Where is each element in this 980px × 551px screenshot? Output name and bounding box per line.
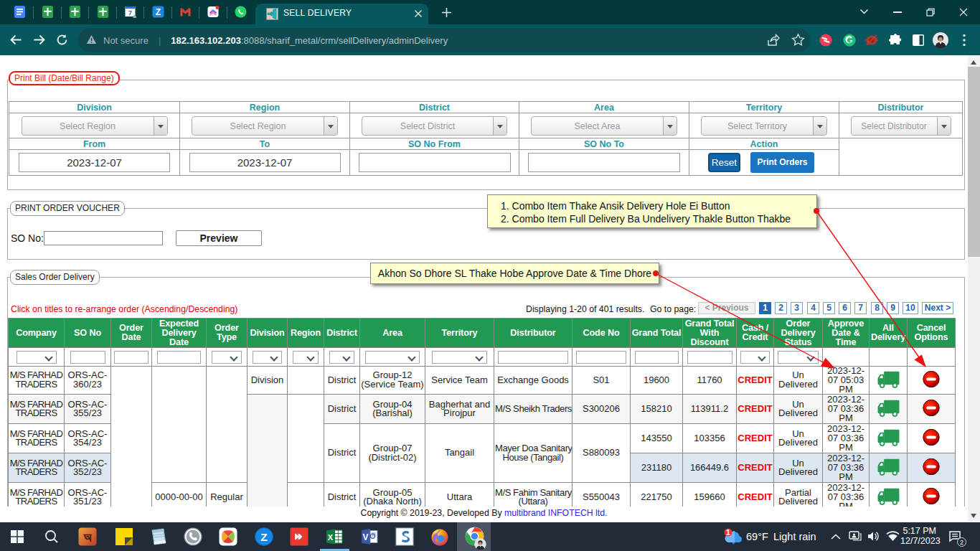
svg-text:X: X [328, 533, 334, 542]
svg-text:Z: Z [155, 7, 160, 17]
svg-text:V: V [362, 532, 368, 542]
svg-text:7: 7 [128, 9, 132, 17]
svg-text:অ: অ [83, 531, 93, 545]
svg-text:Z: Z [260, 531, 268, 543]
svg-text:1: 1 [726, 528, 730, 537]
